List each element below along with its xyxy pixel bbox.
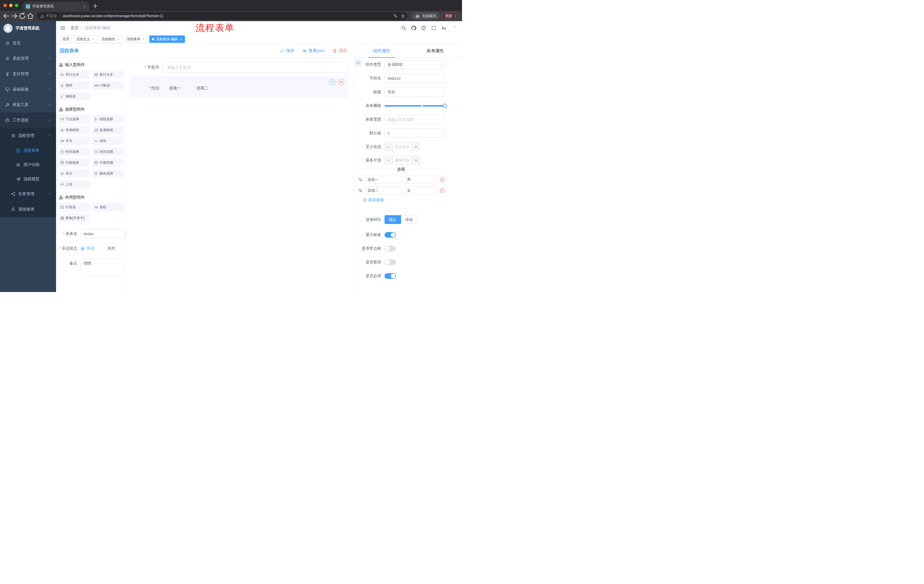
- sidebar-item-process-mgmt[interactable]: 流程管理: [0, 128, 56, 143]
- option-label-input[interactable]: [365, 187, 402, 194]
- comp-item-date-picker[interactable]: 日期选择: [58, 158, 90, 167]
- window-zoom-button[interactable]: [15, 4, 18, 7]
- comp-item-upload[interactable]: 上传: [58, 180, 90, 189]
- tab-form-props[interactable]: 表单属性: [409, 44, 462, 58]
- sidebar-item-process-form[interactable]: 流程表单: [0, 143, 56, 158]
- min-select-input[interactable]: [393, 143, 412, 151]
- checkbox[interactable]: [163, 86, 167, 90]
- comp-item-cascader[interactable]: 级联选择: [92, 115, 124, 123]
- field-name-input[interactable]: [384, 74, 445, 83]
- comp-item-rate[interactable]: 评分: [58, 169, 90, 178]
- font-size-icon[interactable]: [441, 25, 446, 31]
- view-json-button[interactable]: 查看json: [302, 48, 325, 53]
- checkbox-option-1[interactable]: 选项一: [163, 86, 181, 91]
- decrease-button[interactable]: [385, 156, 393, 164]
- browser-tab[interactable]: 芋道管理系统: [23, 2, 89, 11]
- slider-handle[interactable]: [443, 104, 447, 108]
- component-type-select[interactable]: 多选框组: [384, 60, 445, 69]
- show-label-switch[interactable]: [384, 232, 396, 238]
- comp-item-switch[interactable]: 开关: [58, 137, 90, 145]
- remark-textarea[interactable]: 嘿嘿: [81, 259, 124, 275]
- password-key-button[interactable]: [392, 12, 399, 20]
- hamburger-icon[interactable]: [60, 25, 66, 31]
- sidebar-item-dev-tools[interactable]: 研发工具: [0, 97, 56, 113]
- required-switch[interactable]: [384, 273, 396, 279]
- breadcrumb-home[interactable]: 首页: [71, 25, 79, 31]
- disabled-switch[interactable]: [384, 260, 396, 265]
- tab-close-icon[interactable]: [82, 5, 86, 8]
- canvas-field-phone[interactable]: 手机号: [130, 62, 348, 73]
- reload-button[interactable]: [18, 12, 26, 20]
- sidebar-item-payment-mgmt[interactable]: 支付管理: [0, 66, 56, 82]
- sidebar-item-user-group[interactable]: 用户分组: [0, 158, 56, 172]
- update-button[interactable]: 更新: [441, 12, 460, 20]
- decrease-button[interactable]: [385, 143, 393, 151]
- clear-button[interactable]: 清空: [332, 48, 347, 53]
- comp-item-time-range[interactable]: 时间范围: [92, 147, 124, 156]
- close-icon[interactable]: [91, 38, 95, 41]
- radio-closed[interactable]: 关闭: [101, 246, 115, 251]
- drag-handle-icon[interactable]: [358, 188, 363, 193]
- tab-component-props[interactable]: 组件属性: [355, 44, 409, 58]
- sidebar-item-process-model[interactable]: 流程模型: [0, 172, 56, 186]
- checkbox-option-2[interactable]: 选项二: [190, 86, 208, 91]
- default-value-input[interactable]: [384, 128, 445, 138]
- close-icon[interactable]: [179, 38, 182, 41]
- comp-item-checkbox-group[interactable]: 多选框组: [92, 126, 124, 134]
- comp-item-multi-line-text[interactable]: 多行文本: [92, 70, 124, 79]
- comp-item-table[interactable]: 表格[开发中]: [58, 214, 90, 222]
- increase-button[interactable]: [412, 143, 420, 151]
- close-icon[interactable]: [142, 38, 145, 41]
- sidebar-item-system-mgmt[interactable]: 系统管理: [0, 51, 56, 66]
- remove-option-icon[interactable]: [440, 188, 445, 193]
- option-value-input[interactable]: [404, 176, 438, 184]
- back-button[interactable]: [2, 12, 10, 20]
- form-name-input[interactable]: [81, 229, 126, 238]
- tag-home[interactable]: 首页: [60, 35, 72, 43]
- form-canvas[interactable]: 手机号 性别 选项一 选项二: [126, 58, 355, 292]
- sidebar-item-home[interactable]: 首页: [0, 35, 56, 51]
- comp-item-editor[interactable]: 编辑器: [58, 92, 90, 100]
- app-logo[interactable]: 芋道管理系统: [0, 21, 56, 35]
- comp-item-time-picker[interactable]: 时间选择: [58, 147, 90, 156]
- comp-item-password[interactable]: 密码: [58, 81, 90, 90]
- copy-item-button[interactable]: [329, 79, 335, 85]
- search-icon[interactable]: [401, 25, 406, 31]
- label-width-input[interactable]: [384, 115, 445, 124]
- help-icon[interactable]: [421, 25, 426, 31]
- tag-process-definition[interactable]: 流程定义: [74, 35, 97, 43]
- browser-home-button[interactable]: [26, 12, 34, 20]
- address-bar[interactable]: 不安全 dashboard.yudao.iocoder.cn/bpm/manag…: [36, 12, 408, 20]
- border-switch[interactable]: [384, 246, 396, 252]
- comp-item-slider[interactable]: 滑块: [92, 137, 124, 145]
- drag-handle-icon[interactable]: [358, 178, 363, 182]
- sidebar-item-task-mgmt[interactable]: 任务管理: [0, 186, 56, 202]
- github-icon[interactable]: [411, 25, 416, 31]
- comp-item-counter[interactable]: 123计数器: [92, 81, 124, 90]
- increase-button[interactable]: [412, 156, 420, 164]
- fullscreen-icon[interactable]: [431, 25, 436, 31]
- forward-button[interactable]: [10, 12, 18, 20]
- comp-item-button[interactable]: 按钮: [92, 203, 124, 211]
- window-minimize-button[interactable]: [9, 4, 13, 7]
- window-close-button[interactable]: [3, 4, 7, 7]
- tag-process-form-edit[interactable]: 流程表单-编辑: [149, 35, 185, 43]
- style-button-button[interactable]: 按钮: [401, 215, 417, 224]
- sidebar-item-workflow[interactable]: 工作流程: [0, 113, 56, 128]
- checkbox[interactable]: [190, 86, 194, 90]
- tag-process-form[interactable]: 流程表单: [124, 35, 147, 43]
- comp-item-color-picker[interactable]: 颜色选择: [92, 169, 124, 178]
- url-text[interactable]: dashboard.yudao.iocoder.cn/bpm/manager/f…: [63, 14, 392, 18]
- slider-track[interactable]: [384, 105, 445, 107]
- radio-open[interactable]: 开启: [81, 246, 94, 251]
- comp-item-row-container[interactable]: 行容器: [58, 203, 90, 211]
- option-value-input[interactable]: [404, 187, 438, 194]
- sidebar-item-leave-query[interactable]: 请假查询: [0, 202, 56, 217]
- comp-item-select[interactable]: 下拉选择: [58, 115, 90, 123]
- sidebar-item-infrastructure[interactable]: 基础设施: [0, 82, 56, 97]
- canvas-field-gender[interactable]: 性别 选项一 选项二: [130, 76, 348, 98]
- comp-item-radio-group[interactable]: 单选框组: [58, 126, 90, 134]
- new-tab-button[interactable]: [92, 3, 98, 9]
- security-warning-icon[interactable]: [40, 14, 44, 18]
- add-option-button[interactable]: 添加选项: [363, 197, 445, 202]
